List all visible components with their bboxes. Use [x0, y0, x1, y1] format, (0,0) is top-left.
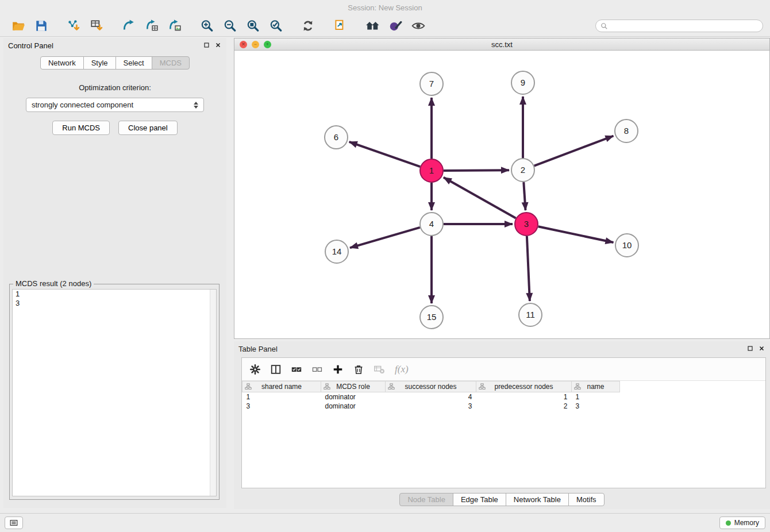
- optimization-criterion-label: Optimization criterion:: [3, 83, 226, 92]
- table-cell[interactable]: 3: [386, 402, 476, 411]
- node-3[interactable]: 3: [515, 213, 538, 236]
- tab-select[interactable]: Select: [116, 56, 152, 70]
- node-15[interactable]: 15: [420, 306, 443, 329]
- result-scrollbar[interactable]: [210, 290, 216, 496]
- node-8[interactable]: 8: [615, 119, 638, 142]
- network-view-window: scc.txt ✕−+ 7968124314101511: [234, 38, 770, 339]
- column-header-predecessor-nodes[interactable]: predecessor nodes: [476, 381, 572, 392]
- column-header-mcds-role[interactable]: MCDS role: [321, 381, 386, 392]
- save-session-icon[interactable]: [30, 18, 53, 34]
- memory-label: Memory: [734, 519, 759, 527]
- tab-network[interactable]: Network: [40, 56, 84, 70]
- close-panel-icon[interactable]: [214, 41, 222, 49]
- search-box[interactable]: [595, 20, 763, 32]
- network-table-icon[interactable]: [140, 18, 163, 34]
- edge-4-14[interactable]: [350, 228, 420, 248]
- table-row[interactable]: 3dominator323: [242, 402, 620, 411]
- node-6[interactable]: 6: [325, 126, 348, 149]
- edge-3-10[interactable]: [538, 226, 614, 242]
- criterion-dropdown[interactable]: strongly connected component: [26, 98, 204, 112]
- gear-icon[interactable]: [247, 361, 264, 377]
- close-panel-button[interactable]: Close panel: [118, 121, 178, 135]
- node-14[interactable]: 14: [325, 240, 348, 263]
- table-tab-edge-table[interactable]: Edge Table: [453, 493, 506, 506]
- table-tab-network-table[interactable]: Network Table: [506, 493, 569, 506]
- node-2[interactable]: 2: [511, 159, 534, 182]
- node-9[interactable]: 9: [511, 71, 534, 94]
- deselect-all-icon[interactable]: [309, 361, 326, 377]
- table-cell[interactable]: 1: [476, 392, 572, 402]
- apply-style-icon[interactable]: [384, 18, 407, 34]
- node-10[interactable]: 10: [615, 234, 638, 257]
- control-panel: Control Panel NetworkStyleSelectMCDS Opt…: [3, 38, 226, 508]
- tab-mcds[interactable]: MCDS: [152, 56, 190, 70]
- column-header-successor-nodes[interactable]: successor nodes: [386, 381, 476, 392]
- toolbar-separator: [108, 26, 117, 26]
- node-label: 14: [332, 246, 342, 256]
- table-cell[interactable]: 3: [242, 402, 321, 411]
- table-tab-node-table[interactable]: Node Table: [399, 493, 453, 506]
- table-tab-motifs[interactable]: Motifs: [568, 493, 605, 506]
- hierarchy-icon: [245, 383, 252, 392]
- run-mcds-button[interactable]: Run MCDS: [52, 121, 110, 135]
- tab-style[interactable]: Style: [83, 56, 116, 70]
- edge-1-2[interactable]: [444, 170, 509, 171]
- annotation-icon[interactable]: [329, 18, 352, 34]
- float-table-panel-icon[interactable]: [746, 345, 754, 352]
- table-cell[interactable]: 1: [572, 392, 620, 402]
- table-cell[interactable]: 4: [386, 392, 476, 402]
- edge-3-11[interactable]: [527, 236, 530, 301]
- zoom-out-icon[interactable]: [218, 18, 241, 34]
- table-cell[interactable]: dominator: [321, 392, 386, 402]
- table-cell[interactable]: dominator: [321, 402, 386, 411]
- close-table-panel-icon[interactable]: [758, 345, 765, 352]
- node-label: 3: [524, 219, 529, 229]
- node-11[interactable]: 11: [519, 303, 542, 326]
- select-all-icon[interactable]: [288, 361, 305, 377]
- refresh-icon[interactable]: [297, 18, 319, 34]
- delete-row-icon[interactable]: [350, 361, 367, 377]
- node-7[interactable]: 7: [420, 72, 443, 95]
- column-header-label: shared name: [261, 383, 302, 391]
- node-label: 1: [429, 165, 434, 175]
- search-input[interactable]: [610, 22, 758, 30]
- zoom-in-icon[interactable]: [195, 18, 218, 34]
- zoom-fit-icon[interactable]: [241, 18, 264, 34]
- add-row-icon[interactable]: [329, 361, 346, 377]
- table-cell[interactable]: 2: [476, 402, 572, 411]
- edge-3-1[interactable]: [444, 178, 516, 218]
- import-table-icon[interactable]: [85, 18, 108, 34]
- task-history-button[interactable]: [5, 516, 23, 529]
- import-network-icon[interactable]: [62, 18, 85, 34]
- network-canvas[interactable]: 7968124314101511: [234, 51, 770, 339]
- edge-2-3[interactable]: [523, 182, 525, 210]
- edge-2-8[interactable]: [534, 136, 614, 166]
- open-file-icon[interactable]: [7, 18, 30, 34]
- node-1[interactable]: 1: [420, 159, 443, 182]
- node-label: 8: [624, 126, 629, 136]
- column-header-name[interactable]: name: [572, 381, 620, 392]
- column-header-label: name: [587, 383, 604, 391]
- new-network-icon[interactable]: [117, 18, 140, 34]
- table-cell[interactable]: 1: [242, 392, 321, 402]
- columns-icon[interactable]: [267, 361, 284, 377]
- delete-table-icon: [371, 361, 388, 377]
- network-window-titlebar[interactable]: scc.txt ✕−+: [234, 38, 770, 51]
- node-4[interactable]: 4: [420, 213, 443, 236]
- memory-button[interactable]: Memory: [719, 516, 765, 529]
- node-label: 2: [521, 165, 525, 175]
- table-row[interactable]: 1dominator411: [242, 392, 620, 402]
- first-neighbors-icon[interactable]: [361, 18, 384, 34]
- eye-icon[interactable]: [407, 18, 430, 34]
- column-header-shared-name[interactable]: shared name: [242, 381, 321, 392]
- dropdown-stepper-icon: [194, 102, 198, 109]
- mcds-result-list[interactable]: 13: [12, 289, 217, 496]
- network-image-icon[interactable]: [163, 18, 186, 34]
- edge-1-6[interactable]: [349, 142, 421, 167]
- zoom-selected-icon[interactable]: [264, 18, 287, 34]
- table-cell[interactable]: 3: [572, 402, 620, 411]
- float-panel-icon[interactable]: [203, 41, 210, 49]
- control-panel-header: Control Panel: [3, 38, 226, 53]
- mcds-result-title: MCDS result (2 nodes): [13, 279, 94, 288]
- network-graph[interactable]: 7968124314101511: [234, 51, 769, 338]
